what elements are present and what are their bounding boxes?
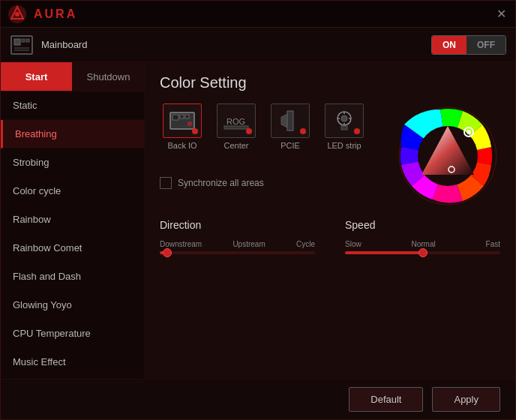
close-button[interactable]: ✕ [493,6,509,22]
direction-label-cycle: Cycle [296,240,315,248]
direction-slider-thumb[interactable] [163,248,172,257]
svg-rect-24 [341,126,347,130]
back-io-dot [192,128,198,134]
led-strip-dot [354,128,360,134]
sync-label: Synchronize all areas [178,178,264,188]
svg-rect-6 [26,39,29,42]
on-off-toggle[interactable]: ON OFF [431,35,506,55]
svg-rect-4 [14,39,20,45]
sidebar-tabs: Start Shutdown [1,62,144,92]
sidebar-item-rainbow-comet[interactable]: Rainbow Comet [1,234,144,262]
svg-point-19 [341,116,347,122]
toggle-on-button[interactable]: ON [432,36,466,54]
tab-shutdown[interactable]: Shutdown [72,62,144,91]
mainboard-icon [10,33,34,57]
app-title: AURA [34,8,493,21]
controls-section: Direction Downstream Upstream Cycle Spee… [160,219,500,367]
speed-labels: Slow Normal Fast [345,240,500,248]
direction-label-upstream: Upstream [232,240,265,248]
center-label: Center [224,141,248,150]
svg-rect-16 [287,111,293,130]
speed-title: Speed [345,219,500,231]
device-led-strip[interactable]: LED strip [322,104,367,150]
back-io-icon [169,110,196,132]
device-back-io[interactable]: Back IO [160,104,205,150]
center-icon: ROG [223,110,250,132]
svg-point-2 [15,12,20,16]
bottom-bar: Default Apply [1,379,515,419]
sidebar-item-rainbow[interactable]: Rainbow [1,206,144,234]
speed-label-normal: Normal [412,240,436,248]
sidebar-item-strobing[interactable]: Strobing [1,148,144,177]
svg-rect-5 [22,39,25,42]
svg-rect-10 [172,115,178,120]
direction-label-downstream: Downstream [160,240,202,248]
pcie-icon-box [271,104,310,138]
sidebar-item-glowing-yoyo[interactable]: Glowing Yoyo [1,291,144,320]
sidebar-item-flash-and-dash[interactable]: Flash and Dash [1,262,144,291]
center-dot [246,128,252,134]
sidebar-item-breathing[interactable]: Breathing [1,120,144,148]
toggle-off-button[interactable]: OFF [466,36,506,54]
svg-rect-11 [180,115,184,118]
speed-slider-fill [345,251,423,254]
color-wheel[interactable] [395,104,500,208]
back-io-label: Back IO [167,141,196,150]
direction-group: Direction Downstream Upstream Cycle [160,219,315,367]
device-pcie[interactable]: PCIE [268,104,313,150]
led-strip-icon-box [325,104,364,138]
rog-logo [7,4,28,25]
sidebar-item-cpu-temperature[interactable]: CPU Temperature [1,320,144,348]
sidebar-item-static[interactable]: Static [1,92,144,120]
mainboard-label: Mainboard [41,39,87,50]
svg-rect-15 [224,126,248,129]
svg-rect-12 [185,115,189,118]
sync-row: Synchronize all areas [160,177,380,189]
speed-slider-track[interactable] [345,251,500,254]
main-window: AURA ✕ Mainboard ON OFF Start [0,0,516,420]
pcie-label: PCIE [280,141,300,150]
direction-title: Direction [160,219,315,231]
title-bar: AURA ✕ [1,1,515,28]
sidebar-item-music-effect[interactable]: Music Effect [1,348,144,376]
pcie-dot [300,128,306,134]
direction-slider-track[interactable] [160,251,315,254]
default-button[interactable]: Default [349,387,423,412]
device-row: Back IO ROG Center [160,104,380,150]
svg-text:ROG: ROG [226,117,245,126]
sidebar-item-color-cycle[interactable]: Color cycle [1,177,144,206]
back-io-icon-box [163,104,202,138]
led-strip-label: LED strip [327,141,361,150]
pcie-icon [277,110,304,132]
speed-label-fast: Fast [486,240,500,248]
svg-marker-17 [281,114,287,128]
speed-slider-thumb[interactable] [418,248,428,257]
speed-label-slow: Slow [345,240,362,248]
sidebar-items: Static Breathing Strobing Color cycle Ra… [1,92,144,376]
right-panel: Color Setting [145,62,515,379]
led-strip-icon [331,110,358,132]
top-bar: Mainboard ON OFF [1,28,515,62]
direction-labels: Downstream Upstream Cycle [160,240,315,248]
color-wheel-svg [395,104,500,208]
speed-group: Speed Slow Normal Fast [345,219,500,367]
mainboard-section: Mainboard [10,33,87,57]
panel-title: Color Setting [160,74,500,92]
device-center[interactable]: ROG Center [214,104,259,150]
center-icon-box: ROG [217,104,256,138]
apply-button[interactable]: Apply [432,387,500,412]
sync-checkbox[interactable] [160,177,172,189]
sidebar: Start Shutdown Static Breathing Strobing… [1,62,145,379]
main-content: Start Shutdown Static Breathing Strobing… [1,62,515,379]
tab-start[interactable]: Start [1,62,72,91]
svg-point-30 [466,130,471,134]
